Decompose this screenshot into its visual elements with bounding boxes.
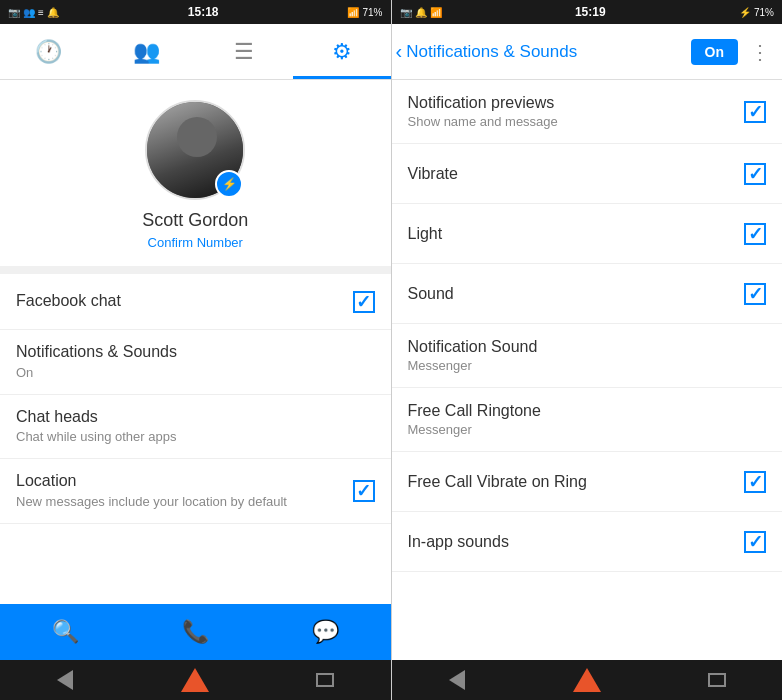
tab-groups[interactable]: 👥 bbox=[98, 24, 196, 79]
more-options-icon[interactable]: ⋮ bbox=[746, 40, 774, 64]
search-nav-item[interactable]: 🔍 bbox=[0, 604, 130, 660]
settings-icon: ⚙ bbox=[332, 39, 352, 65]
right-home-icon bbox=[573, 668, 601, 692]
setting-chat-heads[interactable]: Chat heads Chat while using other apps bbox=[0, 395, 391, 460]
tab-list[interactable]: ☰ bbox=[195, 24, 293, 79]
chat-heads-label: Chat heads bbox=[16, 407, 375, 428]
notif-sound-type[interactable]: Notification Sound Messenger bbox=[392, 324, 783, 388]
notif-sound-subtitle: Messenger bbox=[408, 358, 767, 373]
left-status-bar: 📷 👥 ≡ 🔔 15:18 📶 71% bbox=[0, 0, 391, 24]
call-icon: 📞 bbox=[182, 619, 209, 645]
notif-vibrate[interactable]: Vibrate ✓ bbox=[392, 144, 783, 204]
tab-recent[interactable]: 🕐 bbox=[0, 24, 98, 79]
back-button[interactable] bbox=[0, 660, 130, 700]
left-battery: 📶 71% bbox=[347, 7, 382, 18]
back-chevron-icon[interactable]: ‹ bbox=[396, 40, 403, 63]
previews-label: Notification previews bbox=[408, 94, 745, 112]
inapp-sounds-label: In-app sounds bbox=[408, 533, 745, 551]
right-home-button[interactable] bbox=[522, 660, 652, 700]
left-time: 15:18 bbox=[188, 5, 219, 19]
inapp-sounds[interactable]: In-app sounds ✓ bbox=[392, 512, 783, 572]
light-label: Light bbox=[408, 225, 745, 243]
call-nav-item[interactable]: 📞 bbox=[130, 604, 260, 660]
setting-location[interactable]: Location New messages include your locat… bbox=[0, 459, 391, 524]
avatar-container: ⚡ bbox=[145, 100, 245, 200]
profile-section: ⚡ Scott Gordon Confirm Number bbox=[0, 80, 391, 266]
location-checkbox[interactable]: ✓ bbox=[353, 480, 375, 502]
setting-notifications-sounds[interactable]: Notifications & Sounds On bbox=[0, 330, 391, 395]
right-panel: 📷 🔔 📶 15:19 ⚡ 71% ‹ Notifications & Soun… bbox=[392, 0, 783, 700]
notif-light[interactable]: Light ✓ bbox=[392, 204, 783, 264]
previews-checkbox[interactable]: ✓ bbox=[744, 101, 766, 123]
search-icon: 🔍 bbox=[52, 619, 79, 645]
left-nav-bar: 🕐 👥 ☰ ⚙ bbox=[0, 24, 391, 80]
vibrate-label: Vibrate bbox=[408, 165, 745, 183]
recent-icon bbox=[316, 673, 334, 687]
home-icon bbox=[181, 668, 209, 692]
recent-button[interactable] bbox=[260, 660, 390, 700]
list-icon: ☰ bbox=[234, 39, 254, 65]
notif-sounds-label: Notifications & Sounds bbox=[16, 342, 375, 363]
facebook-chat-checkbox[interactable]: ✓ bbox=[353, 291, 375, 313]
right-battery: ⚡ 71% bbox=[739, 7, 774, 18]
notif-sound-label: Notification Sound bbox=[408, 338, 767, 356]
user-name: Scott Gordon bbox=[142, 210, 248, 231]
setting-facebook-chat[interactable]: Facebook chat ✓ bbox=[0, 274, 391, 330]
previews-subtitle: Show name and message bbox=[408, 114, 745, 129]
notification-settings-list: Notification previews Show name and mess… bbox=[392, 80, 783, 660]
right-top-bar: ‹ Notifications & Sounds On ⋮ bbox=[392, 24, 783, 80]
notif-previews[interactable]: Notification previews Show name and mess… bbox=[392, 80, 783, 144]
right-status-bar: 📷 🔔 📶 15:19 ⚡ 71% bbox=[392, 0, 783, 24]
location-subtitle: New messages include your location by de… bbox=[16, 494, 353, 511]
clock-icon: 🕐 bbox=[35, 39, 62, 65]
left-bottom-nav: 🔍 📞 💬 bbox=[0, 604, 391, 660]
vibrate-ring-checkbox[interactable]: ✓ bbox=[744, 471, 766, 493]
light-checkbox[interactable]: ✓ bbox=[744, 223, 766, 245]
confirm-number-link[interactable]: Confirm Number bbox=[148, 235, 243, 250]
facebook-chat-label: Facebook chat bbox=[16, 291, 353, 312]
notif-sound[interactable]: Sound ✓ bbox=[392, 264, 783, 324]
left-status-icons: 📷 👥 ≡ 🔔 bbox=[8, 7, 59, 18]
right-system-nav bbox=[392, 660, 783, 700]
right-recent-button[interactable] bbox=[652, 660, 782, 700]
screen-title: Notifications & Sounds bbox=[406, 42, 690, 62]
notif-sounds-subtitle: On bbox=[16, 365, 375, 382]
settings-list: Facebook chat ✓ Notifications & Sounds O… bbox=[0, 274, 391, 604]
ringtone-label: Free Call Ringtone bbox=[408, 402, 767, 420]
sound-label: Sound bbox=[408, 285, 745, 303]
right-time: 15:19 bbox=[575, 5, 606, 19]
right-recent-icon bbox=[708, 673, 726, 687]
home-button[interactable] bbox=[130, 660, 260, 700]
right-back-arrow-icon bbox=[449, 670, 465, 690]
chat-nav-item[interactable]: 💬 bbox=[260, 604, 390, 660]
groups-icon: 👥 bbox=[133, 39, 160, 65]
sound-checkbox[interactable]: ✓ bbox=[744, 283, 766, 305]
right-back-button[interactable] bbox=[392, 660, 522, 700]
inapp-sounds-checkbox[interactable]: ✓ bbox=[744, 531, 766, 553]
back-arrow-icon bbox=[57, 670, 73, 690]
left-panel: 📷 👥 ≡ 🔔 15:18 📶 71% 🕐 👥 ☰ ⚙ bbox=[0, 0, 392, 700]
vibrate-ring-label: Free Call Vibrate on Ring bbox=[408, 473, 745, 491]
left-system-nav bbox=[0, 660, 391, 700]
free-call-ringtone[interactable]: Free Call Ringtone Messenger bbox=[392, 388, 783, 452]
chat-heads-subtitle: Chat while using other apps bbox=[16, 429, 375, 446]
free-call-vibrate[interactable]: Free Call Vibrate on Ring ✓ bbox=[392, 452, 783, 512]
ringtone-subtitle: Messenger bbox=[408, 422, 767, 437]
location-label: Location bbox=[16, 471, 353, 492]
tab-settings[interactable]: ⚙ bbox=[293, 24, 391, 79]
on-toggle[interactable]: On bbox=[691, 39, 738, 65]
chat-icon: 💬 bbox=[312, 619, 339, 645]
right-status-icons: 📷 🔔 📶 bbox=[400, 7, 442, 18]
vibrate-checkbox[interactable]: ✓ bbox=[744, 163, 766, 185]
